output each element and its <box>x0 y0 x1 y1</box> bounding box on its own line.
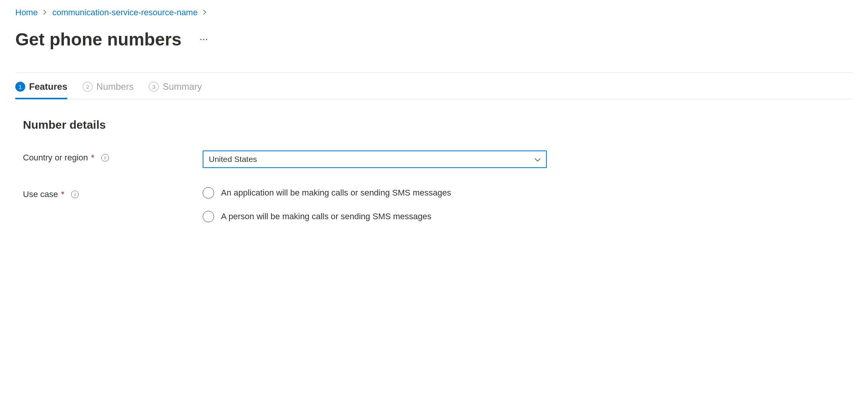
more-button[interactable]: ⋯ <box>197 33 212 46</box>
tab-numbers[interactable]: 2 Numbers <box>83 81 133 99</box>
tab-features[interactable]: 1 Features <box>15 81 67 99</box>
radio-icon <box>203 187 214 199</box>
radio-label: A person will be making calls or sending… <box>221 212 431 222</box>
wizard-tabs: 1 Features 2 Numbers 3 Summary <box>15 73 853 99</box>
breadcrumb-home[interactable]: Home <box>15 8 38 18</box>
form-row-usecase: Use case * i An application will be maki… <box>23 187 845 222</box>
country-select[interactable]: United States <box>203 150 547 168</box>
breadcrumb-resource[interactable]: communication-service-resource-name <box>52 8 198 18</box>
breadcrumb: Home communication-service-resource-name <box>15 8 853 18</box>
step-badge: 1 <box>15 82 25 92</box>
step-badge: 2 <box>83 82 93 92</box>
radio-option-person[interactable]: A person will be making calls or sending… <box>203 211 547 222</box>
label-text: Country or region <box>23 153 88 163</box>
label-country: Country or region * i <box>23 150 203 163</box>
chevron-down-icon <box>535 155 541 164</box>
select-value: United States <box>209 155 257 164</box>
info-icon[interactable]: i <box>101 154 109 162</box>
features-section: Number details Country or region * i Uni… <box>15 99 853 222</box>
tab-label: Summary <box>163 81 202 92</box>
title-row: Get phone numbers ⋯ <box>15 29 853 50</box>
form-row-country: Country or region * i United States <box>23 150 845 168</box>
section-title: Number details <box>23 118 845 131</box>
chevron-right-icon <box>43 9 47 17</box>
tab-label: Numbers <box>96 81 133 92</box>
page-title: Get phone numbers <box>15 29 181 50</box>
radio-icon <box>203 211 214 222</box>
step-badge: 3 <box>149 82 159 92</box>
label-usecase: Use case * i <box>23 187 203 199</box>
required-marker: * <box>61 189 65 199</box>
tab-label: Features <box>29 81 67 92</box>
usecase-radio-group: An application will be making calls or s… <box>203 187 547 222</box>
tab-summary[interactable]: 3 Summary <box>149 81 202 99</box>
radio-label: An application will be making calls or s… <box>221 188 451 198</box>
required-marker: * <box>91 153 94 163</box>
label-text: Use case <box>23 189 58 199</box>
radio-option-application[interactable]: An application will be making calls or s… <box>203 187 547 199</box>
info-icon[interactable]: i <box>71 191 79 198</box>
chevron-right-icon <box>203 9 207 17</box>
